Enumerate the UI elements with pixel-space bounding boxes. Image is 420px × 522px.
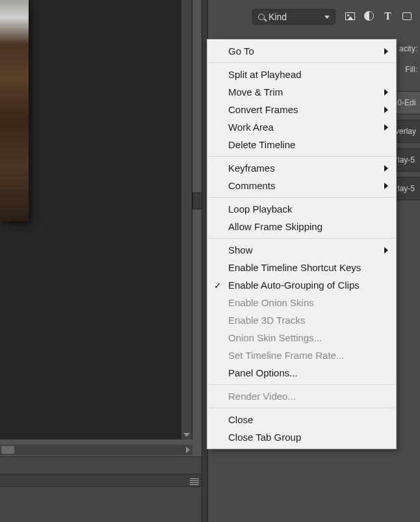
- submenu-arrow-icon: [384, 247, 388, 254]
- bottom-panel: [0, 456, 203, 522]
- submenu-arrow-icon: [384, 183, 388, 189]
- menu-separator: [209, 384, 395, 385]
- image-filter-icon[interactable]: [345, 10, 356, 21]
- submenu-arrow-icon: [384, 107, 388, 113]
- menu-label: Render Video...: [228, 391, 296, 402]
- menu-icon[interactable]: [190, 478, 199, 485]
- menu-label: Enable Auto-Grouping of Clips: [228, 280, 360, 291]
- vertical-scrollbar[interactable]: [181, 0, 192, 439]
- menu-allow-frame-skipping[interactable]: Allow Frame Skipping: [207, 218, 396, 235]
- menu-label: Convert Frames: [228, 104, 298, 115]
- menu-panel-options[interactable]: Panel Options...: [207, 364, 396, 382]
- menu-loop-playback[interactable]: Loop Playback: [207, 200, 396, 218]
- layer-row[interactable]: rlay-5: [394, 148, 420, 172]
- menu-separator: [209, 408, 395, 408]
- menu-separator: [209, 197, 395, 198]
- horizontal-scrollbar[interactable]: [0, 445, 192, 455]
- menu-label: Keyframes: [228, 163, 275, 174]
- menu-label: Enable 3D Tracks: [228, 315, 305, 326]
- type-filter-icon[interactable]: T: [382, 10, 393, 21]
- adjustment-filter-icon[interactable]: [363, 10, 374, 21]
- menu-move-trim[interactable]: Move & Trim: [207, 83, 396, 101]
- document-thumbnail[interactable]: [0, 0, 29, 221]
- filter-icons: T: [345, 10, 412, 21]
- search-icon: [258, 14, 265, 20]
- layer-name: .0-Edi: [395, 98, 415, 107]
- menu-enable-auto-grouping[interactable]: Enable Auto-Grouping of Clips: [207, 276, 396, 294]
- menu-close-tab-group[interactable]: Close Tab Group: [207, 428, 396, 446]
- layer-name: verlay: [395, 127, 416, 136]
- menu-label: Loop Playback: [228, 203, 292, 215]
- layer-name: rlay-5: [395, 155, 415, 164]
- menu-separator: [209, 238, 395, 239]
- chevron-right-icon[interactable]: [186, 447, 190, 453]
- menu-separator: [209, 156, 395, 157]
- menu-label: Allow Frame Skipping: [228, 221, 322, 232]
- menu-label: Enable Onion Skins: [228, 297, 314, 308]
- chevron-down-icon[interactable]: [183, 433, 190, 437]
- layer-row[interactable]: verlay: [394, 120, 420, 143]
- menu-comments[interactable]: Comments: [207, 177, 396, 194]
- menu-work-area[interactable]: Work Area: [207, 118, 396, 136]
- timeline-context-menu: Go To Split at Playhead Move & Trim Conv…: [207, 39, 397, 449]
- menu-go-to[interactable]: Go To: [207, 42, 396, 60]
- menu-label: Move & Trim: [228, 86, 283, 98]
- menu-close[interactable]: Close: [207, 411, 396, 428]
- menu-enable-shortcut-keys[interactable]: Enable Timeline Shortcut Keys: [207, 259, 396, 276]
- layers-list: .0-Edi verlay rlay-5 rlay-5: [394, 91, 420, 205]
- submenu-arrow-icon: [384, 89, 388, 96]
- scrollbar-thumb[interactable]: [1, 446, 14, 454]
- menu-label: Comments: [228, 180, 276, 191]
- layer-name: rlay-5: [395, 184, 415, 193]
- menu-label: Onion Skin Settings...: [228, 332, 322, 343]
- menu-show[interactable]: Show: [207, 241, 396, 259]
- menu-label: Close Tab Group: [228, 432, 301, 443]
- menu-enable-onion-skins[interactable]: Enable Onion Skins: [207, 294, 396, 311]
- menu-convert-frames[interactable]: Convert Frames: [207, 101, 396, 118]
- layer-row[interactable]: rlay-5: [394, 177, 420, 200]
- menu-label: Set Timeline Frame Rate...: [228, 350, 344, 361]
- menu-label: Split at Playhead: [228, 69, 302, 80]
- canvas-area: [0, 0, 192, 439]
- menu-label: Show: [228, 244, 253, 255]
- menu-onion-skin-settings[interactable]: Onion Skin Settings...: [207, 329, 396, 346]
- menu-set-frame-rate[interactable]: Set Timeline Frame Rate...: [207, 346, 396, 364]
- filter-bar: Kind T: [208, 0, 420, 30]
- menu-render-video[interactable]: Render Video...: [207, 387, 396, 405]
- menu-label: Enable Timeline Shortcut Keys: [228, 262, 361, 273]
- submenu-arrow-icon: [384, 48, 388, 55]
- bottom-panel-header: [0, 474, 203, 487]
- submenu-arrow-icon: [384, 124, 388, 131]
- menu-separator: [209, 62, 395, 63]
- chevron-down-icon: [324, 16, 330, 19]
- menu-label: Delete Timeline: [228, 139, 295, 150]
- menu-label: Panel Options...: [228, 367, 298, 378]
- menu-enable-3d-tracks[interactable]: Enable 3D Tracks: [207, 311, 396, 329]
- menu-delete-timeline[interactable]: Delete Timeline: [207, 136, 396, 153]
- menu-label: Go To: [228, 46, 254, 57]
- shape-filter-icon[interactable]: [401, 10, 412, 21]
- menu-label: Close: [228, 414, 253, 425]
- kind-filter-label: Kind: [269, 12, 287, 22]
- menu-split-playhead[interactable]: Split at Playhead: [207, 66, 396, 83]
- submenu-arrow-icon: [384, 165, 388, 172]
- layer-row[interactable]: .0-Edi: [394, 91, 420, 114]
- menu-keyframes[interactable]: Keyframes: [207, 159, 396, 177]
- menu-label: Work Area: [228, 122, 274, 133]
- kind-filter-select[interactable]: Kind: [252, 9, 335, 25]
